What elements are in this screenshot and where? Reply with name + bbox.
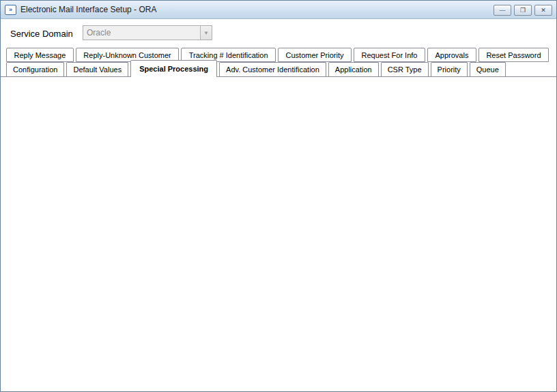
window-title: Electronic Mail Interface Setup - ORA xyxy=(20,5,156,14)
service-domain-value: Oracle xyxy=(83,26,200,40)
chevron-down-icon[interactable]: ▼ xyxy=(200,26,212,40)
tab-reset-password[interactable]: Reset Password xyxy=(479,48,549,62)
minimize-icon[interactable]: — xyxy=(494,5,511,16)
titlebar[interactable]: » Electronic Mail Interface Setup - ORA … xyxy=(1,1,556,19)
tab-special-processing[interactable]: Special Processing xyxy=(130,60,217,77)
tab-customer-priority[interactable]: Customer Priority xyxy=(278,48,352,62)
maximize-icon[interactable]: ❐ xyxy=(514,5,532,16)
tab-content-panel xyxy=(1,76,556,391)
tab-row-lower: ConfigurationDefault ValuesSpecial Proce… xyxy=(6,62,508,76)
tab-reply-message[interactable]: Reply Message xyxy=(6,48,74,62)
tab-request-for-info[interactable]: Request For Info xyxy=(354,48,425,62)
service-domain-combobox[interactable]: Oracle ▼ xyxy=(83,25,212,40)
tab-csr-type[interactable]: CSR Type xyxy=(381,62,429,76)
tab-configuration[interactable]: Configuration xyxy=(6,62,64,76)
tab-priority[interactable]: Priority xyxy=(431,62,468,76)
tab-approvals[interactable]: Approvals xyxy=(427,48,476,62)
dialog-window: » Electronic Mail Interface Setup - ORA … xyxy=(0,0,557,392)
tab-queue[interactable]: Queue xyxy=(470,62,506,76)
service-domain-label: Service Domain xyxy=(10,29,73,39)
tab-adv-customer-identification[interactable]: Adv. Customer Identification xyxy=(219,62,326,76)
tab-row-upper: Reply MessageReply-Unknown CustomerTrack… xyxy=(6,48,551,62)
tab-application[interactable]: Application xyxy=(328,62,379,76)
app-icon: » xyxy=(5,5,16,15)
close-icon[interactable]: ✕ xyxy=(534,5,552,16)
tab-default-values[interactable]: Default Values xyxy=(66,62,128,76)
window-controls: — ❐ ✕ xyxy=(494,5,552,16)
